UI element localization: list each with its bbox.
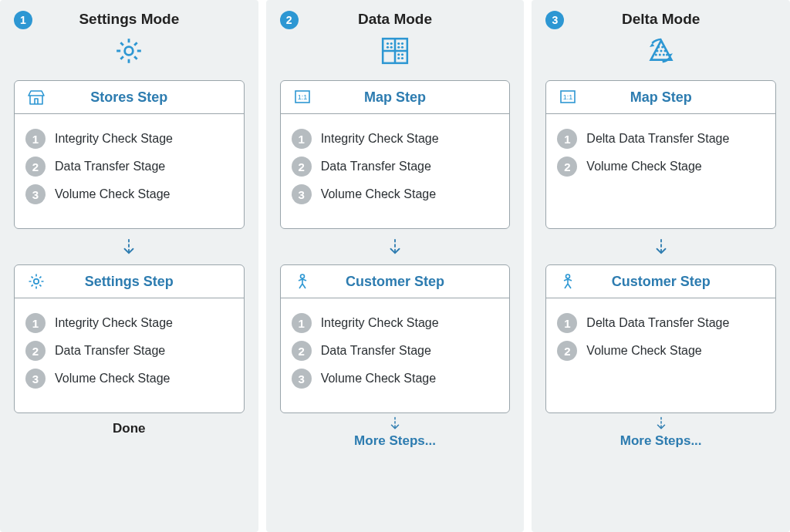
more-steps-label: More Steps... bbox=[354, 433, 436, 449]
stage-row: 1 Integrity Check Stage bbox=[25, 309, 233, 337]
stage-number-badge: 1 bbox=[557, 313, 577, 333]
stage-label: Data Transfer Stage bbox=[321, 344, 431, 358]
stage-row: 3 Volume Check Stage bbox=[25, 180, 233, 208]
delta-icon bbox=[643, 34, 679, 68]
stage-row: 2 Data Transfer Stage bbox=[25, 337, 233, 365]
stage-row: 2 Data Transfer Stage bbox=[292, 153, 499, 180]
stage-row: 1 Delta Data Transfer Stage bbox=[557, 309, 765, 337]
stage-row: 2 Data Transfer Stage bbox=[292, 337, 499, 365]
settings-step-card: Settings Step 1 Integrity Check Stage 2 … bbox=[14, 264, 245, 413]
arrow-down-icon bbox=[653, 229, 670, 264]
gear-icon bbox=[113, 34, 144, 68]
stage-number-badge: 1 bbox=[25, 129, 46, 149]
card-header: Stores Step bbox=[15, 81, 244, 114]
card-title: Customer Step bbox=[293, 274, 498, 290]
stage-number-badge: 1 bbox=[292, 129, 312, 149]
stage-label: Volume Check Stage bbox=[55, 372, 170, 386]
stage-label: Integrity Check Stage bbox=[321, 132, 439, 146]
card-body: 1 Integrity Check Stage 2 Data Transfer … bbox=[281, 298, 510, 412]
column-header: 2 Data Mode bbox=[280, 11, 511, 29]
stage-label: Volume Check Stage bbox=[321, 372, 436, 386]
stage-number-badge: 2 bbox=[25, 157, 46, 177]
delta-mode-column: 3 Delta Mode Map Step 1 Delta Data Trans… bbox=[532, 0, 790, 532]
stage-row: 1 Integrity Check Stage bbox=[292, 309, 499, 337]
arrow-down-icon bbox=[120, 229, 137, 264]
arrow-down-icon bbox=[388, 413, 402, 433]
stage-row: 3 Volume Check Stage bbox=[292, 180, 499, 208]
stage-number-badge: 2 bbox=[557, 341, 577, 361]
stage-label: Delta Data Transfer Stage bbox=[586, 132, 729, 146]
arrow-down-icon bbox=[387, 229, 403, 264]
card-body: 1 Delta Data Transfer Stage 2 Volume Che… bbox=[546, 298, 775, 412]
column-footer: Done bbox=[14, 413, 245, 444]
stage-row: 1 Integrity Check Stage bbox=[292, 125, 499, 153]
map-step-card: Map Step 1 Delta Data Transfer Stage 2 V… bbox=[545, 80, 776, 229]
column-header: 1 Settings Mode bbox=[14, 11, 245, 29]
customer-step-card: Customer Step 1 Delta Data Transfer Stag… bbox=[545, 264, 776, 413]
stage-label: Volume Check Stage bbox=[586, 344, 701, 358]
stage-label: Data Transfer Stage bbox=[55, 160, 165, 173]
grid-icon bbox=[380, 34, 410, 68]
column-title: Delta Mode bbox=[545, 11, 776, 28]
card-title: Map Step bbox=[559, 89, 763, 106]
column-header: 3 Delta Mode bbox=[545, 11, 776, 29]
stores-step-card: Stores Step 1 Integrity Check Stage 2 Da… bbox=[14, 80, 245, 229]
stage-label: Volume Check Stage bbox=[321, 187, 436, 201]
stage-row: 1 Integrity Check Stage bbox=[25, 125, 233, 153]
card-header: Settings Step bbox=[15, 265, 244, 298]
card-title: Settings Step bbox=[27, 274, 231, 290]
card-body: 1 Integrity Check Stage 2 Data Transfer … bbox=[15, 114, 244, 228]
stage-number-badge: 2 bbox=[25, 341, 46, 361]
stage-row: 1 Delta Data Transfer Stage bbox=[557, 125, 765, 153]
stage-number-badge: 1 bbox=[292, 313, 312, 333]
column-footer: More Steps... bbox=[280, 433, 511, 449]
stage-number-badge: 2 bbox=[557, 157, 577, 177]
stage-row: 2 Volume Check Stage bbox=[557, 337, 765, 365]
stage-label: Data Transfer Stage bbox=[55, 344, 165, 358]
stage-number-badge: 3 bbox=[25, 184, 46, 204]
column-footer: More Steps... bbox=[545, 433, 776, 449]
stage-number-badge: 3 bbox=[292, 184, 312, 204]
card-header: Customer Step bbox=[546, 265, 775, 298]
stage-label: Data Transfer Stage bbox=[321, 160, 431, 173]
column-title: Settings Mode bbox=[14, 11, 245, 28]
stage-row: 2 Volume Check Stage bbox=[557, 153, 765, 180]
stage-row: 3 Volume Check Stage bbox=[292, 365, 499, 392]
stage-row: 3 Volume Check Stage bbox=[25, 365, 233, 392]
column-title: Data Mode bbox=[280, 11, 511, 28]
stage-number-badge: 1 bbox=[557, 129, 577, 149]
stage-row: 2 Data Transfer Stage bbox=[25, 153, 233, 180]
modes-grid: 1 Settings Mode Stores Step 1 Integrity … bbox=[0, 0, 790, 532]
card-header: Customer Step bbox=[281, 265, 510, 298]
card-title: Stores Step bbox=[27, 89, 231, 106]
card-body: 1 Delta Data Transfer Stage 2 Volume Che… bbox=[546, 114, 775, 228]
stage-label: Integrity Check Stage bbox=[321, 316, 439, 330]
stage-number-badge: 3 bbox=[25, 369, 46, 389]
stage-number-badge: 3 bbox=[292, 369, 312, 389]
card-header: Map Step bbox=[281, 81, 510, 114]
map-step-card: Map Step 1 Integrity Check Stage 2 Data … bbox=[280, 80, 511, 229]
card-body: 1 Integrity Check Stage 2 Data Transfer … bbox=[281, 114, 510, 228]
card-title: Customer Step bbox=[559, 274, 763, 290]
stage-number-badge: 2 bbox=[292, 157, 312, 177]
stage-number-badge: 2 bbox=[292, 341, 312, 361]
card-title: Map Step bbox=[293, 89, 498, 106]
card-header: Map Step bbox=[546, 81, 775, 114]
customer-step-card: Customer Step 1 Integrity Check Stage 2 … bbox=[280, 264, 511, 413]
data-mode-column: 2 Data Mode Map Step 1 Integrity Check S… bbox=[266, 0, 525, 532]
settings-mode-column: 1 Settings Mode Stores Step 1 Integrity … bbox=[0, 0, 258, 532]
done-label: Done bbox=[113, 421, 146, 436]
arrow-down-icon bbox=[654, 413, 668, 433]
more-steps-label: More Steps... bbox=[620, 433, 702, 449]
stage-label: Delta Data Transfer Stage bbox=[586, 316, 729, 330]
stage-label: Volume Check Stage bbox=[586, 160, 701, 173]
stage-number-badge: 1 bbox=[25, 313, 46, 333]
stage-label: Integrity Check Stage bbox=[55, 316, 173, 330]
card-body: 1 Integrity Check Stage 2 Data Transfer … bbox=[15, 298, 244, 412]
stage-label: Integrity Check Stage bbox=[55, 132, 173, 146]
stage-label: Volume Check Stage bbox=[55, 187, 170, 201]
